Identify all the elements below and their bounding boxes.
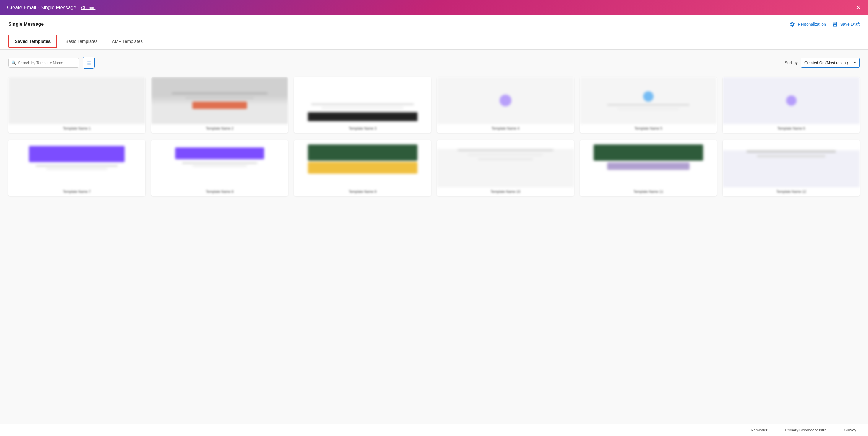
header-actions: Personalization Save Draft xyxy=(789,21,860,27)
template-thumbnail xyxy=(294,140,431,187)
sort-label: Sort by xyxy=(785,60,798,65)
template-thumbnail xyxy=(294,77,431,124)
template-thumbnail xyxy=(580,77,717,124)
template-card[interactable]: Template Name 7 xyxy=(8,140,145,196)
search-wrap: 🔍 xyxy=(8,58,79,68)
template-thumbnail xyxy=(151,77,288,124)
template-name: Template Name 9 xyxy=(294,187,431,196)
template-name: Template Name 8 xyxy=(151,187,288,196)
template-card[interactable]: Template Name 1 xyxy=(8,77,145,133)
filter-button[interactable] xyxy=(83,57,95,68)
tab-amp-templates[interactable]: AMP Templates xyxy=(106,35,149,47)
save-icon xyxy=(832,21,838,27)
template-card[interactable]: Template Name 4 xyxy=(437,77,574,133)
template-name: Template Name 10 xyxy=(437,187,574,196)
template-name: Template Name 4 xyxy=(437,124,574,133)
template-thumbnail xyxy=(437,140,574,187)
tabs-bar: Saved Templates Basic Templates AMP Temp… xyxy=(0,33,868,50)
filter-icon xyxy=(86,60,91,65)
template-name: Template Name 3 xyxy=(294,124,431,133)
template-thumbnail xyxy=(151,140,288,187)
save-draft-label: Save Draft xyxy=(840,22,860,27)
template-thumbnail xyxy=(8,140,145,187)
template-card[interactable]: Template Name 12 xyxy=(723,140,860,196)
template-name: Template Name 11 xyxy=(580,187,717,196)
template-name: Template Name 7 xyxy=(8,187,145,196)
template-card[interactable]: Template Name 10 xyxy=(437,140,574,196)
bottom-label-2: Survey xyxy=(844,428,856,432)
tab-basic-templates[interactable]: Basic Templates xyxy=(59,35,103,47)
template-name: Template Name 12 xyxy=(723,187,860,196)
header-bar: Create Email - Single Message Change ✕ xyxy=(0,0,868,15)
page-title: Single Message xyxy=(8,22,44,27)
template-card[interactable]: Template Name 2 xyxy=(151,77,288,133)
template-thumbnail xyxy=(723,140,860,187)
change-link[interactable]: Change xyxy=(81,5,95,10)
tab-saved-templates[interactable]: Saved Templates xyxy=(8,35,57,48)
header-title-text: Create Email - Single Message xyxy=(7,5,76,11)
close-button[interactable]: ✕ xyxy=(856,4,861,11)
template-card[interactable]: Template Name 3 xyxy=(294,77,431,133)
template-card[interactable]: Template Name 5 xyxy=(580,77,717,133)
template-thumbnail xyxy=(580,140,717,187)
template-thumbnail xyxy=(437,77,574,124)
template-thumbnail xyxy=(8,77,145,124)
search-sort-bar: 🔍 Sort by Created On (Most recent) Creat… xyxy=(8,57,860,68)
template-card[interactable]: Template Name 8 xyxy=(151,140,288,196)
search-icon: 🔍 xyxy=(11,60,16,65)
bottom-label-0: Reminder xyxy=(751,428,767,432)
template-card[interactable]: Template Name 11 xyxy=(580,140,717,196)
main-content: 🔍 Sort by Created On (Most recent) Creat… xyxy=(0,50,868,436)
personalization-label: Personalization xyxy=(798,22,826,27)
template-grid-row1: Template Name 1 Template Name 2 Temp xyxy=(8,77,860,133)
bottom-label-1: Primary/Secondary Intro xyxy=(785,428,826,432)
template-name: Template Name 2 xyxy=(151,124,288,133)
save-draft-button[interactable]: Save Draft xyxy=(832,21,860,27)
template-card[interactable]: Template Name 6 xyxy=(723,77,860,133)
bottom-bar: Reminder Primary/Secondary Intro Survey xyxy=(0,424,868,436)
template-name: Template Name 5 xyxy=(580,124,717,133)
sort-select[interactable]: Created On (Most recent) Created On (Old… xyxy=(801,58,860,68)
template-name: Template Name 1 xyxy=(8,124,145,133)
sub-header: Single Message Personalization Save Draf… xyxy=(0,15,868,33)
template-thumbnail xyxy=(723,77,860,124)
personalization-button[interactable]: Personalization xyxy=(789,21,826,27)
search-input[interactable] xyxy=(8,58,79,68)
template-grid-row2: Template Name 7 Template Name 8 Template… xyxy=(8,140,860,196)
template-card[interactable]: Template Name 9 xyxy=(294,140,431,196)
gear-icon xyxy=(789,21,795,27)
sort-section: Sort by Created On (Most recent) Created… xyxy=(785,58,860,68)
header-title-group: Create Email - Single Message Change xyxy=(7,5,95,11)
template-name: Template Name 6 xyxy=(723,124,860,133)
